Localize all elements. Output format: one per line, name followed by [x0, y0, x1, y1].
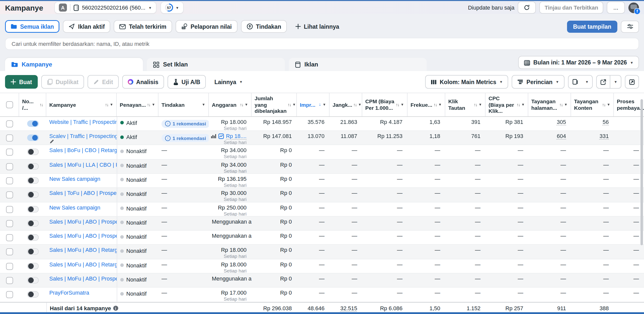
account-selector[interactable]: A 560202250202166 (560... ▼	[54, 2, 156, 14]
campaign-toggle[interactable]	[27, 120, 38, 127]
sort-icon[interactable]: ↑↓	[147, 102, 150, 107]
campaign-name-link[interactable]: Sales | MoFu | ABO | Retarget...	[49, 247, 117, 253]
tab-iklan[interactable]: Iklan	[289, 58, 427, 71]
row-checkbox[interactable]	[6, 234, 13, 241]
row-checkbox[interactable]	[6, 163, 13, 170]
filter-tab-lihat-lainnya[interactable]: Lihat lainnya	[290, 21, 344, 32]
campaign-toggle[interactable]	[27, 177, 38, 184]
row-checkbox[interactable]	[6, 249, 13, 256]
campaign-name-link[interactable]: Website | Traffic | Prospecting	[49, 119, 117, 125]
tab-kampanye[interactable]: Kampanye	[5, 58, 143, 71]
sort-icon[interactable]: ↑↓	[353, 102, 356, 107]
column-menu-caret[interactable]: ▼	[245, 103, 248, 107]
sort-desc-icon[interactable]: ↓	[319, 102, 321, 108]
campaign-toggle[interactable]	[27, 163, 38, 169]
row-checkbox[interactable]	[6, 134, 13, 142]
sort-icon[interactable]: ↑↓	[105, 102, 108, 107]
column-header-content_views[interactable]: Tayangan Konten↑↓▼	[571, 93, 614, 116]
row-checkbox[interactable]	[6, 177, 13, 184]
sort-icon[interactable]: ↑↓	[602, 102, 605, 107]
recommendation-badge[interactable]: ↑1 rekomendasi	[162, 120, 209, 128]
recommendation-badge[interactable]: ↑1 rekomendasi	[162, 134, 209, 142]
budget-link[interactable]: Rp 18....	[226, 133, 247, 139]
row-checkbox[interactable]	[6, 291, 13, 298]
filter-tab-iklan-aktif[interactable]: Iklan aktif	[63, 20, 110, 33]
review-publish-button[interactable]: Tinjau dan Terbitkan	[540, 2, 603, 14]
more-menu-button[interactable]: Lainnya ▼	[209, 76, 248, 88]
campaign-toggle[interactable]	[27, 206, 38, 212]
column-header-delivery[interactable]: Penayan...↑↓▼	[117, 93, 158, 116]
campaign-name-link[interactable]: Sales | MoFu | ABO | Prospect...	[49, 275, 117, 282]
column-menu-caret[interactable]: ▼	[564, 103, 568, 107]
column-header-check[interactable]	[0, 93, 19, 116]
analyze-button[interactable]: Analisis	[122, 75, 164, 89]
profile-avatar[interactable]: f	[628, 2, 639, 13]
column-menu-caret[interactable]: ▼	[323, 103, 326, 107]
column-header-toggle[interactable]: No... /...↑↓	[19, 93, 46, 116]
sort-icon[interactable]: ↑↓	[433, 102, 437, 107]
campaign-toggle[interactable]	[27, 249, 38, 255]
filter-tab-telah-terkirim[interactable]: Telah terkirim	[114, 20, 172, 33]
column-menu-caret[interactable]: ▼	[478, 103, 482, 107]
column-header-frequency[interactable]: Frekue...↑↓▼	[408, 93, 445, 116]
vertical-scrollbar[interactable]	[640, 99, 643, 245]
campaign-toggle[interactable]	[27, 149, 38, 155]
campaign-name-link[interactable]: PrayForSumatra	[49, 290, 89, 296]
column-menu-caret[interactable]: ▼	[438, 103, 442, 107]
campaign-toggle[interactable]	[27, 134, 38, 141]
column-menu-caret[interactable]: ▼	[607, 103, 610, 107]
date-range-button[interactable]: Bulan ini: 1 Mar 2026 – 9 Mar 2026 ▼	[518, 56, 639, 69]
column-menu-caret[interactable]: ▼	[152, 103, 155, 107]
chart-expand-button[interactable]	[625, 75, 639, 89]
view-settings-button[interactable]	[621, 20, 639, 32]
campaign-toggle[interactable]	[27, 192, 38, 198]
breakdown-button[interactable]: Perincian ▼	[512, 75, 565, 89]
column-header-reach[interactable]: Jangk...↑↓▼	[330, 93, 362, 116]
campaign-toggle[interactable]	[27, 277, 38, 284]
column-header-action[interactable]: Tindakan▼	[158, 93, 209, 116]
column-menu-caret[interactable]: ▼	[110, 103, 113, 107]
column-header-cpc[interactable]: CPC (Biaya per Klik...↑↓▼	[486, 93, 528, 116]
search-input[interactable]: Cari untuk memfilter berdasarkan: nama, …	[5, 38, 639, 50]
row-checkbox[interactable]	[6, 206, 13, 213]
create-view-button[interactable]: Buat tampilan	[567, 20, 617, 32]
sort-icon[interactable]: ↑↓	[396, 102, 399, 107]
row-checkbox[interactable]	[6, 220, 13, 227]
reports-button[interactable]: ▼	[568, 75, 593, 89]
campaign-name-link[interactable]: Scalev | Traffic | Prospecting	[49, 133, 117, 139]
ab-test-button[interactable]: Uji A/B	[168, 75, 206, 89]
column-header-spent[interactable]: Jumlah yang dibelanjakan↑↓▼	[252, 93, 297, 116]
row-checkbox[interactable]	[6, 263, 13, 270]
column-menu-caret[interactable]: ▼	[521, 103, 525, 107]
chart-box-icon[interactable]	[218, 133, 224, 139]
campaign-name-link[interactable]: New Sales campaign	[49, 204, 100, 210]
export-button[interactable]: ▼	[596, 75, 621, 89]
campaign-name-link[interactable]: Sales | BoFu | CBO | Retargett...	[49, 147, 117, 153]
sort-icon[interactable]: ↑↓	[288, 102, 291, 107]
column-header-impressions[interactable]: Impr...↓▼	[297, 93, 330, 116]
edit-button[interactable]: Edit	[88, 75, 118, 89]
sort-icon[interactable]: ↑↓	[474, 102, 477, 107]
tab-set-iklan[interactable]: Set Iklan	[147, 58, 285, 71]
column-header-budget[interactable]: Anggaran↑↓▼	[209, 93, 252, 116]
row-checkbox[interactable]	[6, 192, 13, 199]
duplicate-button[interactable]: Duplikat	[41, 75, 84, 89]
row-checkbox[interactable]	[6, 277, 13, 284]
select-all-checkbox[interactable]	[6, 101, 13, 108]
filter-tab-tindakan[interactable]: Tindakan	[241, 20, 287, 33]
columns-button[interactable]: Kolom: Main Metrics ▼	[425, 75, 508, 89]
campaign-name-link[interactable]: Sales | MoFu | ABO | Prospect...	[49, 219, 117, 225]
sort-icon[interactable]: ↑↓	[516, 102, 520, 107]
column-menu-caret[interactable]: ▼	[400, 103, 404, 107]
sort-icon[interactable]: ↑↓	[39, 102, 43, 107]
campaign-name-link[interactable]: Sales | ToFu | ABO | Prospecti...	[49, 190, 117, 196]
column-header-checkout[interactable]: Proses pembaya...↑↓	[614, 93, 644, 116]
column-menu-caret[interactable]: ▼	[202, 103, 205, 107]
campaign-toggle[interactable]	[27, 220, 38, 227]
refresh-button[interactable]	[518, 2, 536, 14]
campaign-name-link[interactable]: Sales | MoFu | ABO | Retarget...	[49, 261, 117, 267]
filter-tab-semua-iklan[interactable]: Semua iklan	[5, 20, 59, 33]
campaign-name-link[interactable]: New Sales campaign	[49, 176, 100, 182]
column-header-name[interactable]: Kampanye↑↓▼	[46, 93, 117, 116]
edit-pencil-icon[interactable]	[49, 139, 114, 144]
